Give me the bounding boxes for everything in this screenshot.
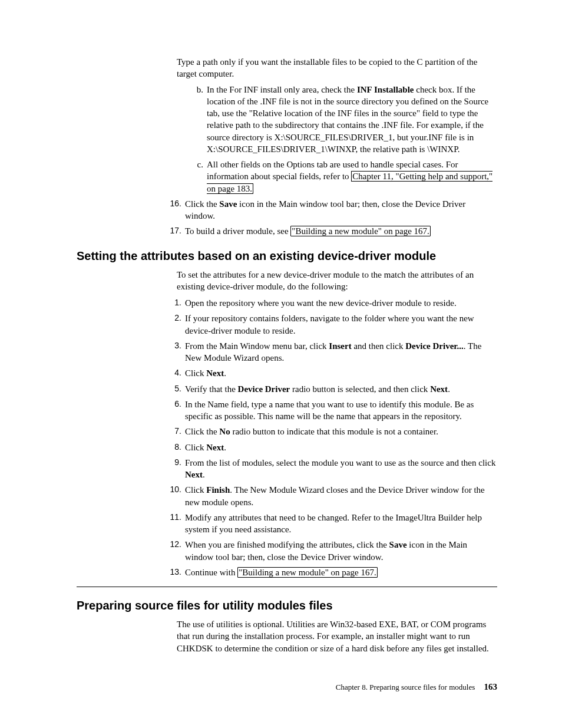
text: Click the	[185, 427, 219, 436]
list-item: 12.When you are finished modifying the a…	[165, 539, 497, 563]
cross-reference-link[interactable]: "Building a new module" on page 167.	[290, 226, 430, 236]
text: From the list of modules, select the mod…	[185, 458, 495, 467]
list-item: 2.If your repository contains folders, n…	[165, 312, 497, 337]
list-item-16: 16. Click the Save icon in the Main wind…	[165, 198, 497, 222]
text: When you are finished modifying the attr…	[185, 540, 389, 549]
list-body: Click the No radio button to indicate th…	[185, 426, 497, 437]
list-body: Open the repository where you want the n…	[185, 297, 497, 309]
list-marker: b.	[191, 84, 207, 156]
numbered-list-cont: 16. Click the Save icon in the Main wind…	[165, 198, 497, 238]
bold-text: Insert	[329, 341, 351, 351]
text: . The New Module Wizard closes and the D…	[185, 485, 485, 506]
section-heading-attributes: Setting the attributes based on an exist…	[77, 248, 497, 264]
list-marker: 7.	[165, 426, 185, 437]
text: Click the	[185, 199, 219, 209]
list-body: Continue with "Building a new module" on…	[185, 566, 497, 578]
list-marker: 3.	[165, 340, 185, 364]
text: .	[224, 443, 226, 452]
list-item: 5.Verify that the Device Driver radio bu…	[165, 383, 497, 395]
list-body: Click Next.	[185, 367, 497, 379]
list-marker: 5.	[165, 383, 185, 395]
list-body: If your repository contains folders, nav…	[185, 312, 497, 337]
continuation-paragraph: Type a path only if you want the install…	[177, 56, 497, 80]
footer-chapter: Chapter 8. Preparing source files for mo…	[336, 683, 475, 691]
list-item: 8. Click Next.	[165, 442, 497, 453]
document-page: Type a path only if you want the install…	[0, 0, 562, 728]
section-intro: To set the attributes for a new device-d…	[177, 269, 497, 293]
list-marker: 2.	[165, 312, 185, 337]
list-item: 6.In the Name field, type a name that yo…	[165, 398, 497, 423]
list-marker: 11.	[165, 512, 185, 536]
list-body: Click the Save icon in the Main window t…	[185, 198, 497, 222]
list-marker: 1.	[165, 297, 185, 309]
bold-text: Save	[389, 540, 407, 549]
bold-text: Device Driver	[238, 384, 290, 394]
list-item: 13.Continue with "Building a new module"…	[165, 566, 497, 578]
list-body: When you are finished modifying the attr…	[185, 539, 497, 563]
text: Click	[185, 485, 206, 495]
bold-text: Next	[206, 368, 224, 378]
text: radio button to indicate that this modul…	[230, 427, 438, 436]
numbered-list: 1.Open the repository where you want the…	[165, 297, 497, 578]
bold-text: Next	[185, 470, 203, 479]
list-item: 11.Modify any attributes that need to be…	[165, 512, 497, 536]
list-body: All other fields on the Options tab are …	[207, 159, 497, 195]
list-body: To build a driver module, see "Building …	[185, 225, 497, 237]
list-item-c: c. All other fields on the Options tab a…	[191, 159, 497, 195]
section-paragraph: The use of utilities is optional. Utilit…	[177, 618, 497, 654]
bold-text: Next	[206, 443, 224, 452]
text: radio button is selected, and then click	[290, 384, 430, 394]
text: check box. If the location of the .INF f…	[207, 85, 488, 154]
page-footer: Chapter 8. Preparing source files for mo…	[336, 681, 497, 693]
list-item: 4.Click Next.	[165, 367, 497, 379]
list-marker: 8.	[165, 442, 185, 453]
sub-list: b. In the For INF install only area, che…	[191, 84, 497, 195]
list-marker: c.	[191, 159, 207, 195]
list-body: Modify any attributes that need to be ch…	[185, 512, 497, 536]
list-body: From the Main Window menu bar, click Ins…	[185, 340, 497, 364]
text: .	[448, 384, 450, 394]
cross-reference-link[interactable]: "Building a new module" on page 167.	[237, 567, 377, 578]
text: Continue with	[185, 568, 237, 577]
list-marker: 17.	[165, 225, 185, 237]
text: In the For INF install only area, check …	[207, 85, 357, 94]
footer-page-number: 163	[484, 682, 498, 691]
text: Click	[185, 368, 206, 378]
text: .	[203, 470, 205, 479]
text: Verify that the	[185, 384, 238, 394]
text: and then click	[352, 341, 406, 351]
bold-text: No	[219, 427, 230, 436]
list-item-17: 17. To build a driver module, see "Build…	[165, 225, 497, 237]
list-item: 1.Open the repository where you want the…	[165, 297, 497, 309]
list-item: 10.Click Finish. The New Module Wizard c…	[165, 484, 497, 508]
list-item: 3.From the Main Window menu bar, click I…	[165, 340, 497, 364]
text: To build a driver module, see	[185, 226, 290, 236]
text: Click	[185, 443, 206, 452]
list-marker: 16.	[165, 198, 185, 222]
text: .	[224, 368, 226, 378]
section-divider	[77, 587, 497, 587]
list-item: 9.From the list of modules, select the m…	[165, 457, 497, 481]
list-marker: 4.	[165, 367, 185, 379]
list-body: In the Name field, type a name that you …	[185, 398, 497, 423]
bold-text: Save	[219, 199, 237, 209]
list-body: Click Finish. The New Module Wizard clos…	[185, 484, 497, 508]
list-body: Verify that the Device Driver radio butt…	[185, 383, 497, 395]
list-marker: 9.	[165, 457, 185, 481]
bold-text: INF Installable	[357, 85, 414, 94]
list-body: From the list of modules, select the mod…	[185, 457, 497, 481]
list-item: 7.Click the No radio button to indicate …	[165, 426, 497, 437]
bold-text: Finish	[206, 485, 230, 495]
list-body: In the For INF install only area, check …	[207, 84, 497, 156]
list-marker: 12.	[165, 539, 185, 563]
bold-text: Next	[430, 384, 448, 394]
list-item-b: b. In the For INF install only area, che…	[191, 84, 497, 156]
bold-text: Device Driver...	[405, 341, 464, 351]
list-marker: 10.	[165, 484, 185, 508]
list-body: Click Next.	[185, 442, 497, 453]
list-marker: 13.	[165, 566, 185, 578]
list-marker: 6.	[165, 398, 185, 423]
text: From the Main Window menu bar, click	[185, 341, 329, 351]
section-heading-utility: Preparing source files for utility modul…	[77, 598, 497, 614]
